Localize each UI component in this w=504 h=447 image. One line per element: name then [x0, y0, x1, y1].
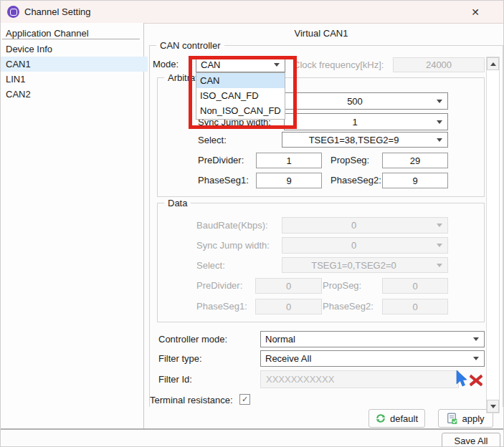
arb-select-label: Select:	[198, 135, 227, 145]
data-phaseseg1-label: PhaseSeg1:	[196, 301, 247, 312]
controller-mode-combobox[interactable]: Normal	[260, 331, 485, 347]
filter-type-combobox[interactable]: Receive All	[260, 350, 485, 367]
vertical-scrollbar[interactable]	[486, 57, 500, 413]
arb-select-value: TSEG1=38,TSEG2=9	[282, 135, 437, 145]
mode-label: Mode:	[153, 59, 179, 69]
mode-option-non-iso-can-fd[interactable]: Non_ISO_CAN_FD	[196, 103, 285, 118]
terminal-resistance-label: Terminal resistance:	[150, 395, 233, 405]
apply-button-label: apply	[462, 413, 484, 424]
data-phaseseg1-field: 0	[255, 299, 322, 314]
data-sjw-combobox: 0	[282, 237, 448, 254]
data-baudrate-combobox: 0	[282, 217, 448, 234]
filter-type-label: Filter type:	[158, 353, 202, 364]
data-predivider-label: PreDivider:	[196, 280, 242, 291]
chevron-down-icon	[473, 337, 479, 341]
apply-icon	[447, 413, 457, 424]
arb-phaseseg1-field[interactable]: 9	[256, 173, 322, 188]
can-controller-group-label: CAN controller	[156, 40, 224, 51]
data-select-label: Select:	[196, 260, 225, 271]
default-button-label: default	[390, 413, 418, 424]
close-icon[interactable]: ✕	[467, 4, 484, 19]
chevron-down-icon	[274, 63, 280, 67]
scroll-up-icon[interactable]	[487, 57, 499, 70]
chevron-down-icon	[437, 138, 442, 142]
pointer-select-icon[interactable]	[455, 370, 468, 388]
sidebar-item-can2[interactable]: CAN2	[1, 87, 148, 102]
arb-predivider-label: PreDivider:	[198, 155, 244, 165]
app-icon	[7, 6, 19, 18]
default-button[interactable]: default	[369, 409, 425, 428]
chevron-down-icon	[437, 244, 442, 247]
chevron-down-icon	[473, 357, 479, 360]
sidebar-item-device-info[interactable]: Device Info	[1, 42, 148, 57]
arb-predivider-field[interactable]: 1	[256, 153, 322, 168]
arb-sjw-value: 1	[285, 117, 437, 128]
data-group-label: Data	[164, 198, 191, 208]
checkmark-icon: ✓	[242, 395, 248, 404]
data-sjw-label: Sync Jump width:	[196, 240, 270, 251]
arb-phaseseg2-label: PhaseSeg2:	[331, 175, 381, 186]
title-bar: Channel Setting ✕	[1, 1, 504, 24]
data-phaseseg2-field: 0	[382, 299, 448, 314]
data-predivider-field: 0	[255, 278, 322, 294]
panel-title: Virtual CAN1	[144, 28, 498, 39]
controller-mode-value: Normal	[261, 334, 473, 345]
clock-frequency-label: Clock frequency[kHz]:	[293, 59, 384, 70]
save-all-button-label: Save All	[455, 436, 488, 446]
clock-frequency-field: 24000	[393, 57, 485, 72]
arb-baudrate-combobox[interactable]: 500	[284, 92, 448, 110]
data-sjw-value: 0	[282, 240, 437, 251]
arb-phaseseg2-field[interactable]: 9	[382, 173, 448, 188]
arb-select-combobox[interactable]: TSEG1=38,TSEG2=9	[282, 132, 448, 148]
scroll-down-icon[interactable]	[487, 400, 499, 413]
filter-id-label: Filter Id:	[158, 374, 192, 385]
mode-option-iso-can-fd[interactable]: ISO_CAN_FD	[196, 88, 285, 103]
window-title: Channel Setting	[24, 6, 91, 17]
clear-filter-icon[interactable]	[468, 371, 484, 388]
chevron-down-icon	[437, 224, 442, 227]
refresh-icon	[376, 413, 386, 423]
channel-setting-dialog: Channel Setting ✕ Application Channel De…	[0, 0, 504, 447]
data-select-combobox: TSEG1=0,TSEG2=0	[282, 257, 448, 273]
sidebar-item-lin1[interactable]: LIN1	[1, 72, 148, 87]
data-select-value: TSEG1=0,TSEG2=0	[282, 260, 437, 271]
bottom-separator	[1, 428, 504, 430]
mode-dropdown-popup: CAN ISO_CAN_FD Non_ISO_CAN_FD	[196, 72, 285, 120]
data-propseg-field: 0	[382, 278, 448, 294]
chevron-down-icon	[437, 100, 442, 103]
mode-option-can[interactable]: CAN	[196, 73, 285, 88]
channel-sidebar: Application Channel Device Info CAN1 LIN…	[1, 23, 144, 429]
arb-propseg-field[interactable]: 29	[382, 153, 448, 168]
data-phaseseg2-label: PhaseSeg2:	[323, 301, 374, 312]
controller-mode-label: Controller mode:	[158, 334, 227, 345]
data-propseg-label: PropSeg:	[323, 280, 361, 291]
chevron-down-icon	[437, 264, 442, 267]
data-baudrate-label: BaudRate(Kbps):	[196, 220, 268, 231]
sidebar-header: Application Channel	[6, 28, 89, 39]
arb-baudrate-value: 500	[285, 96, 437, 107]
arb-phaseseg1-label: PhaseSeg1:	[198, 175, 249, 186]
apply-button[interactable]: apply	[438, 409, 493, 428]
sidebar-item-can1[interactable]: CAN1	[1, 57, 148, 72]
data-baudrate-value: 0	[282, 220, 437, 231]
chevron-down-icon	[437, 120, 442, 124]
filter-type-value: Receive All	[261, 353, 473, 364]
save-all-button[interactable]: Save All	[442, 433, 500, 447]
terminal-resistance-checkbox[interactable]: ✓	[239, 394, 250, 405]
mode-value: CAN	[196, 59, 274, 70]
mode-combobox[interactable]: CAN	[196, 57, 285, 72]
sidebar-divider	[2, 39, 140, 39]
filter-id-field: XXXXXXXXXXX	[260, 370, 459, 388]
arb-propseg-label: PropSeg:	[331, 155, 369, 165]
arb-sjw-combobox[interactable]: 1	[284, 113, 448, 130]
